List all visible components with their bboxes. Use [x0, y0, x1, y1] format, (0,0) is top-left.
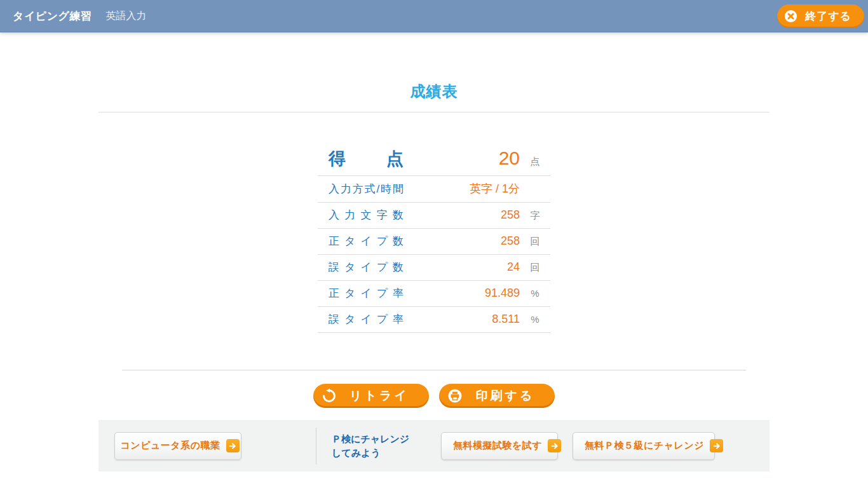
row-label: 正タイプ率: [329, 286, 403, 301]
pken5-challenge-link[interactable]: 無料Ｐ検５級にチャレンジ: [573, 432, 715, 460]
row-value: 258: [403, 234, 520, 248]
section-divider: [122, 370, 746, 370]
redo-circle-icon: [322, 388, 337, 403]
x-circle-icon: [783, 9, 798, 24]
row-value: 8.511: [403, 313, 520, 326]
computer-jobs-link[interactable]: コンピュータ系の職業: [114, 432, 241, 460]
main-content: 成績表 得点 20 点 入力方式/時間 英字 / 1分 入力文字数 258 字 …: [98, 32, 770, 408]
pken-challenge-line1: Ｐ検にチャレンジ: [332, 432, 427, 446]
footer-divider: [316, 428, 316, 464]
pken-challenge-text: Ｐ検にチャレンジ してみよう: [332, 432, 427, 460]
exit-button[interactable]: 終了する: [777, 4, 864, 28]
table-row-score: 得点 20 点: [318, 145, 550, 176]
table-row: 正タイプ数 258 回: [318, 229, 550, 255]
pken5-challenge-label: 無料Ｐ検５級にチャレンジ: [585, 440, 704, 452]
arrow-right-icon: [710, 439, 723, 452]
row-value: 20: [403, 147, 520, 169]
row-value: 24: [403, 261, 520, 274]
mock-exam-label: 無料模擬試験を試す: [453, 440, 542, 452]
row-unit: 字: [520, 210, 550, 222]
row-label: 誤タイプ数: [329, 260, 403, 274]
table-row: 入力文字数 258 字: [318, 203, 550, 229]
retry-button[interactable]: リトライ: [313, 384, 429, 408]
row-label: 正タイプ数: [329, 234, 403, 248]
action-button-row: リトライ 印刷する: [98, 384, 770, 408]
row-unit: 回: [520, 236, 550, 248]
arrow-right-icon: [226, 439, 240, 452]
row-value: 91.489: [403, 287, 520, 300]
table-row: 正タイプ率 91.489 %: [318, 281, 550, 307]
row-unit: 点: [520, 156, 550, 168]
score-table: 得点 20 点 入力方式/時間 英字 / 1分 入力文字数 258 字 正タイプ…: [318, 145, 550, 333]
table-row: 入力方式/時間 英字 / 1分: [318, 176, 550, 203]
table-row: 誤タイプ数 24 回: [318, 255, 550, 281]
row-value: 英字 / 1分: [403, 181, 520, 196]
row-unit: %: [520, 288, 550, 299]
row-label: 得点: [329, 147, 403, 170]
row-value: 258: [403, 208, 520, 222]
row-unit: %: [520, 314, 550, 325]
mock-exam-link[interactable]: 無料模擬試験を試す: [441, 432, 558, 460]
pken-challenge-line2: してみよう: [332, 446, 427, 460]
footer-banner: コンピュータ系の職業 Ｐ検にチャレンジ してみよう 無料模擬試験を試す 無料Ｐ検…: [98, 420, 770, 471]
arrow-right-icon: [548, 439, 561, 452]
row-unit: 回: [520, 262, 550, 274]
mode-subtitle: 英語入力: [106, 10, 147, 23]
app-header: タイピング練習 英語入力 終了する: [0, 0, 868, 32]
table-row: 誤タイプ率 8.511 %: [318, 307, 550, 333]
print-button-label: 印刷する: [476, 388, 535, 404]
row-label: 入力文字数: [329, 208, 403, 222]
row-label: 誤タイプ率: [329, 312, 403, 327]
computer-jobs-label: コンピュータ系の職業: [120, 440, 220, 452]
printer-circle-icon: [447, 388, 463, 403]
print-button[interactable]: 印刷する: [439, 384, 555, 408]
title-divider: [98, 112, 770, 112]
page-title: 成績表: [98, 32, 770, 102]
retry-button-label: リトライ: [349, 388, 409, 404]
row-label: 入力方式/時間: [329, 182, 403, 196]
exit-button-label: 終了する: [805, 9, 851, 24]
app-title: タイピング練習: [13, 9, 92, 24]
